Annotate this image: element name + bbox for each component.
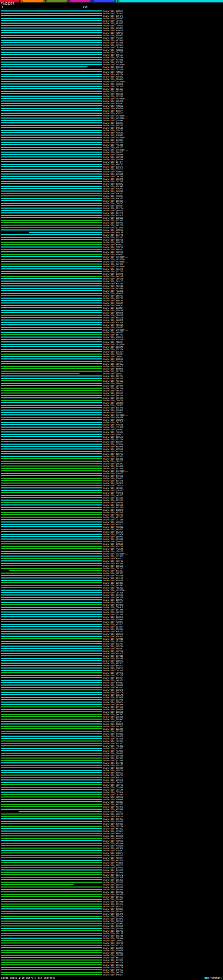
hit-label[interactable]: UniRef100_Q4VJB6 [103, 263, 124, 265]
hit-label[interactable]: UniRef100_A6SR92 [103, 526, 124, 528]
hit-bar[interactable] [1, 833, 102, 834]
hit-label[interactable]: UniRef100_C6TH63 [103, 19, 124, 22]
hit-label[interactable]: UniRef100_B6QL36 [103, 231, 124, 234]
hit-bar[interactable] [1, 30, 102, 31]
hit-bar[interactable] [1, 166, 102, 167]
hit-label[interactable]: UniRef100_C5DNA9 [103, 418, 124, 421]
hit-label[interactable]: UniRef100_Q4PSW1 [103, 713, 124, 716]
hit-label[interactable]: UniRef100_B9S3L5 [103, 652, 124, 655]
hit-label[interactable]: UniRef100_A5DV79 [103, 251, 124, 253]
hit-bar[interactable] [1, 293, 102, 294]
hit-label[interactable]: UniRef100_UPI0000... [103, 265, 128, 268]
hit-bar[interactable] [1, 709, 102, 710]
hit-bar[interactable] [1, 733, 102, 734]
hit-bar[interactable] [1, 113, 102, 114]
hit-bar[interactable] [1, 500, 102, 501]
hit-bar[interactable] [1, 288, 102, 289]
hit-label[interactable]: UniRef100_B6T9N2 [103, 827, 124, 830]
hit-label[interactable]: UniRef100_Q75W98 [103, 173, 124, 175]
hit-bar[interactable] [1, 239, 102, 240]
hit-label[interactable]: UniRef100_B6TB71 [103, 959, 124, 961]
hit-label[interactable]: UniRef100_C0HGZ6 [103, 684, 124, 686]
hit-label[interactable]: UniRef100_Q41001 [103, 757, 124, 759]
hit-bar[interactable] [1, 273, 102, 274]
hit-bar[interactable] [1, 553, 102, 554]
hit-label[interactable]: UniRef100_B6UD28 [103, 579, 124, 582]
hit-bar[interactable] [1, 490, 102, 491]
hit-bar[interactable] [1, 88, 102, 89]
hit-bar[interactable] [1, 901, 102, 902]
hit-label[interactable]: UniRef100_Q940M5 [103, 119, 124, 122]
hit-label[interactable]: UniRef100_Q57W64 [103, 533, 124, 535]
hit-bar[interactable] [1, 13, 102, 14]
hit-label[interactable]: UniRef100_C4J156 [103, 518, 124, 521]
hit-bar[interactable] [1, 139, 102, 140]
hit-bar[interactable] [1, 405, 102, 406]
hit-bar[interactable] [1, 653, 102, 654]
hit-label[interactable]: UniRef100_Q66200 [103, 377, 124, 380]
hit-label[interactable]: UniRef100_A7P124 [103, 73, 124, 75]
hit-label[interactable]: UniRef100_A7P167 [103, 146, 124, 148]
hit-bar[interactable] [1, 509, 102, 510]
hit-bar[interactable] [1, 178, 102, 180]
hit-label[interactable]: UniRef100_B7FFL3 [103, 523, 124, 526]
hit-label[interactable]: UniRef100_Q8H0F4 [103, 701, 124, 703]
hit-bar[interactable] [1, 507, 102, 508]
hit-label[interactable]: UniRef100_Q58D04 [103, 204, 124, 207]
hit-label[interactable]: UniRef100_Q32MD4 [103, 307, 124, 309]
hit-label[interactable]: UniRef100_A9NWK6 [103, 798, 124, 800]
hit-bar[interactable] [1, 441, 102, 442]
hit-bar[interactable] [1, 631, 102, 632]
hit-label[interactable]: UniRef100_B9V862 [103, 482, 124, 484]
hit-label[interactable]: UniRef100_B6UHT4 [103, 949, 124, 951]
hit-label[interactable]: UniRef100_Q9XEW5 [103, 66, 124, 68]
hit-bar[interactable] [1, 71, 102, 72]
hit-label[interactable]: UniRef100_A1C226 [103, 321, 124, 324]
hit-bar[interactable] [1, 125, 102, 126]
hit-bar[interactable] [1, 726, 102, 727]
hit-bar[interactable] [1, 254, 102, 255]
hit-bar[interactable] [1, 144, 102, 145]
hit-label[interactable]: UniRef100_C6TJ38 [103, 180, 124, 183]
hit-label[interactable]: UniRef100_B911U7 [103, 88, 124, 90]
hit-label[interactable]: UniRef100_B9G2T4 [103, 645, 124, 647]
hit-bar[interactable] [1, 792, 102, 792]
hit-bar[interactable] [1, 904, 102, 905]
hit-bar[interactable] [1, 412, 102, 413]
hit-label[interactable]: UniRef100_A9SJ75 [103, 803, 124, 805]
hit-label[interactable]: UniRef100_A5DRZ5 [103, 302, 124, 304]
hit-label[interactable]: UniRef100_B6SRT4 [103, 441, 124, 443]
hit-bar[interactable] [1, 830, 102, 832]
hit-label[interactable]: UniRef100_Q7ZW20 [103, 226, 124, 229]
hit-label[interactable]: UniRef100_Q4G118 [103, 275, 124, 277]
hit-bar[interactable] [1, 351, 102, 352]
hit-label[interactable]: UniRef100_P42657 [103, 528, 124, 530]
hit-label[interactable]: UniRef100_Q7XJ60 [103, 613, 124, 616]
hit-bar[interactable] [1, 368, 102, 369]
hit-bar[interactable] [1, 81, 102, 82]
hit-label[interactable]: UniRef100_B8LF16 [103, 934, 124, 937]
hit-bar[interactable] [1, 582, 102, 583]
hit-label[interactable]: UniRef100_Q5N7A3 [103, 599, 124, 601]
hit-bar[interactable] [1, 495, 102, 496]
hit-bar[interactable] [1, 889, 102, 890]
hit-bar[interactable] [1, 514, 102, 515]
hit-label[interactable]: UniRef100_A9NVD2 [103, 796, 124, 798]
hit-bar[interactable] [1, 534, 102, 535]
hit-bar[interactable] [1, 378, 102, 379]
hit-bar[interactable] [1, 740, 102, 741]
hit-bar[interactable] [1, 349, 102, 350]
hit-bar[interactable] [1, 305, 102, 306]
hit-bar[interactable] [1, 646, 102, 647]
hit-bar[interactable] [1, 938, 102, 939]
hit-bar[interactable] [1, 264, 102, 264]
hit-label[interactable]: UniRef100_A3BJK2 [103, 635, 124, 638]
hit-label[interactable]: UniRef100_B9X1P5 [103, 479, 124, 482]
hit-label[interactable]: UniRef100_P93765 [103, 506, 124, 509]
hit-bar[interactable] [1, 400, 102, 401]
hit-label[interactable]: UniRef100_C6T7G3 [103, 51, 124, 54]
hit-label[interactable]: UniRef100_Q61TF5 [103, 212, 124, 214]
hit-label[interactable]: UniRef100_A9TQ49 [103, 808, 124, 810]
hit-bar[interactable] [1, 52, 102, 53]
hit-bar[interactable] [1, 804, 102, 805]
